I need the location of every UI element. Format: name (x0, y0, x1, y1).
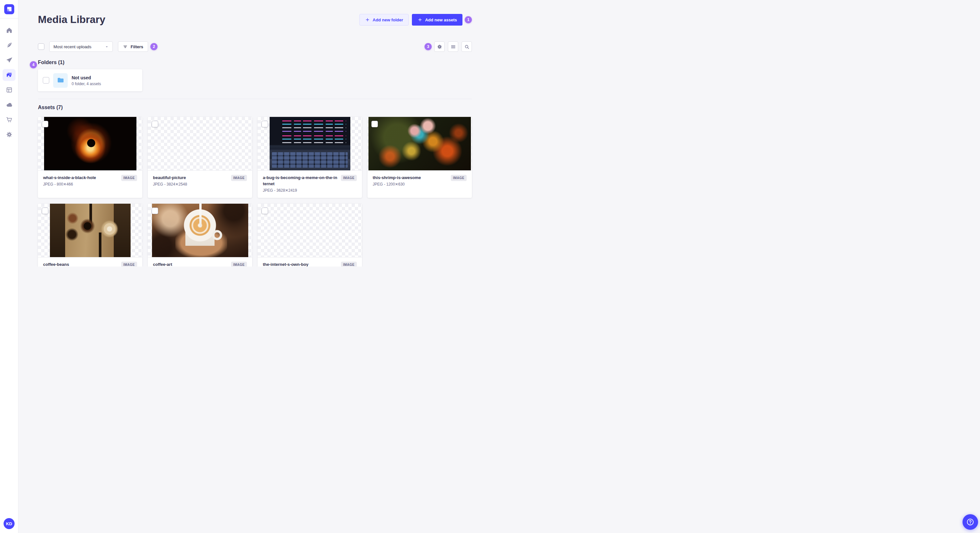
asset-checkbox[interactable] (261, 121, 268, 127)
asset-image (369, 117, 471, 170)
asset-footer: coffee-art JPEG - 5824✕3259 IMAGE (148, 257, 252, 266)
sidebar-item-deployments[interactable] (3, 99, 16, 111)
folder-title: Not used (72, 75, 101, 81)
sort-select[interactable]: Most recent uploads (49, 41, 113, 52)
asset-thumbnail (368, 117, 472, 171)
asset-footer: beautiful-picture JPEG - 3824✕2548 IMAGE (148, 171, 252, 198)
images-icon (6, 71, 13, 78)
sidebar-item-content-type-builder[interactable] (3, 84, 16, 96)
section-divider (38, 99, 472, 99)
sidebar-divider (0, 18, 19, 19)
asset-footer: what-s-inside-a-black-hole JPEG - 800✕46… (38, 171, 142, 198)
asset-checkbox[interactable] (152, 208, 158, 214)
filter-icon (123, 44, 128, 49)
tour-step-badge-2: 2 (150, 43, 158, 50)
asset-thumbnail (148, 204, 252, 257)
asset-footer: a-bug-is-becoming-a-meme-on-the-internet… (258, 171, 362, 198)
cloud-icon (6, 102, 13, 108)
asset-checkbox[interactable] (152, 121, 158, 127)
asset-card[interactable]: this-shrimp-is-awesome JPEG - 1200✕630 I… (368, 117, 472, 198)
tour-step-badge-4: 4 (30, 61, 37, 68)
asset-meta: JPEG - 800✕466 (43, 182, 119, 187)
feather-icon (6, 42, 13, 49)
asset-card[interactable]: coffee-beans JPEG - 5021✕3347 IMAGE (38, 204, 142, 266)
plus-icon (417, 17, 423, 22)
sidebar-nav (3, 24, 16, 141)
asset-type-badge: IMAGE (451, 175, 467, 181)
view-settings-button[interactable] (434, 41, 445, 52)
asset-image (50, 204, 130, 257)
sidebar-item-settings[interactable] (3, 128, 16, 141)
assets-heading: Assets (7) (38, 104, 472, 111)
asset-card[interactable]: a-bug-is-becoming-a-meme-on-the-internet… (258, 117, 362, 198)
asset-image (152, 204, 248, 257)
asset-thumbnail (258, 117, 362, 171)
asset-title: what-s-inside-a-black-hole (43, 174, 119, 181)
asset-footer: coffee-beans JPEG - 5021✕3347 IMAGE (38, 257, 142, 266)
list-icon (450, 44, 456, 49)
sidebar: KD (0, 0, 19, 266)
layout-icon (6, 86, 13, 93)
filters-label: Filters (130, 44, 143, 49)
sidebar-item-home[interactable] (3, 24, 16, 36)
add-new-folder-button[interactable]: Add new folder (360, 14, 409, 25)
sidebar-item-marketplace[interactable] (3, 114, 16, 125)
sidebar-item-content-manager[interactable] (3, 39, 16, 51)
asset-card[interactable]: coffee-art JPEG - 5824✕3259 IMAGE (148, 204, 252, 266)
asset-footer: the-internet-s-own-boy JPEG - 1200✕707 I… (258, 257, 362, 266)
folder-card[interactable]: Not used 0 folder, 4 assets (38, 69, 142, 91)
asset-title: coffee-beans (43, 261, 119, 266)
asset-card[interactable]: what-s-inside-a-black-hole JPEG - 800✕46… (38, 117, 142, 198)
sidebar-item-media-library[interactable] (3, 69, 16, 81)
asset-card[interactable]: beautiful-picture JPEG - 3824✕2548 IMAGE (148, 117, 252, 198)
folders-section-header: 4 Folders (1) (38, 59, 65, 66)
asset-thumbnail (258, 204, 362, 257)
asset-title: this-shrimp-is-awesome (373, 174, 448, 181)
search-button[interactable] (461, 41, 472, 52)
toolbar: Most recent uploads Filters 2 3 (38, 41, 472, 52)
asset-thumbnail (38, 204, 142, 257)
filters-button[interactable]: Filters (118, 41, 148, 52)
asset-type-badge: IMAGE (341, 262, 357, 266)
asset-title: the-internet-s-own-boy (263, 261, 338, 266)
asset-thumbnail (148, 117, 252, 171)
folder-checkbox[interactable] (43, 77, 49, 84)
page-header: Media Library Add new folder Add new ass… (38, 13, 472, 26)
asset-card[interactable]: the-internet-s-own-boy JPEG - 1200✕707 I… (258, 204, 362, 266)
asset-title: beautiful-picture (153, 174, 229, 181)
assets-grid: what-s-inside-a-black-hole JPEG - 800✕46… (38, 117, 472, 266)
folder-icon-box (53, 73, 68, 88)
asset-type-badge: IMAGE (121, 175, 137, 181)
asset-image (264, 204, 355, 257)
asset-title: a-bug-is-becoming-a-meme-on-the-internet (263, 174, 338, 187)
asset-image (44, 117, 137, 170)
add-new-assets-button[interactable]: Add new assets (412, 14, 463, 25)
strapi-logo[interactable] (4, 4, 14, 14)
asset-checkbox[interactable] (42, 208, 48, 214)
plus-icon (365, 17, 370, 22)
asset-title: coffee-art (153, 261, 229, 266)
asset-meta: JPEG - 3824✕2548 (153, 182, 229, 187)
add-new-folder-label: Add new folder (373, 17, 403, 22)
tour-step-badge-1: 1 (465, 16, 472, 23)
home-icon (6, 27, 13, 34)
gear-icon (6, 131, 13, 138)
asset-checkbox[interactable] (261, 208, 268, 214)
list-view-button[interactable] (448, 41, 458, 52)
caret-down-icon (104, 44, 109, 49)
asset-meta: JPEG - 1200✕630 (373, 182, 448, 187)
select-all-checkbox[interactable] (38, 43, 45, 50)
tour-step-badge-3: 3 (425, 43, 432, 50)
asset-checkbox[interactable] (42, 121, 48, 127)
gear-icon (437, 44, 442, 49)
add-new-assets-label: Add new assets (425, 17, 457, 22)
asset-meta: JPEG - 3628✕2419 (263, 188, 338, 193)
asset-footer: this-shrimp-is-awesome JPEG - 1200✕630 I… (368, 171, 472, 198)
sort-select-value: Most recent uploads (54, 44, 91, 49)
asset-checkbox[interactable] (371, 121, 378, 127)
asset-type-badge: IMAGE (341, 175, 357, 181)
folders-heading: Folders (1) (38, 59, 65, 66)
folder-icon (57, 76, 65, 84)
page-title: Media Library (38, 13, 105, 26)
sidebar-item-releases[interactable] (3, 54, 16, 66)
